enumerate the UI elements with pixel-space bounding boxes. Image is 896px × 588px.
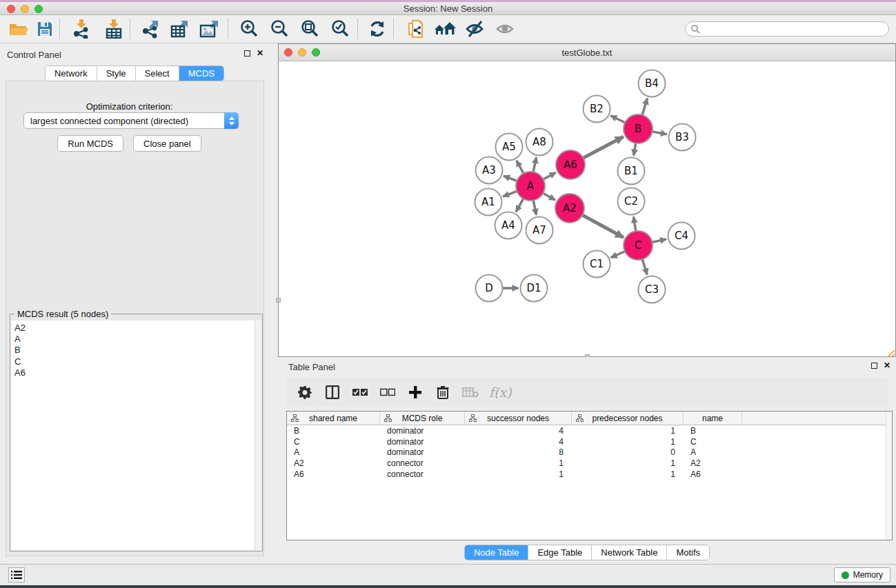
node-C2[interactable]: C2 xyxy=(618,188,645,215)
node-B1[interactable]: B1 xyxy=(618,158,645,185)
run-mcds-button[interactable]: Run MCDS xyxy=(57,135,123,152)
mcds-result-item[interactable]: A2 xyxy=(14,323,255,334)
node-A7[interactable]: A7 xyxy=(526,217,553,244)
export-image-button[interactable] xyxy=(197,17,223,41)
tab-style[interactable]: Style xyxy=(97,66,136,81)
zoom-out-button[interactable] xyxy=(266,17,292,41)
memory-button[interactable]: Memory xyxy=(834,567,890,582)
svg-text:A6: A6 xyxy=(564,159,577,171)
mcds-result-item[interactable]: B xyxy=(14,345,255,356)
search-field[interactable] xyxy=(685,21,889,37)
mcds-result-group: MCDS result (5 nodes) A2ABCA6 xyxy=(10,314,263,551)
node-table[interactable]: shared nameMCDS rolesuccessor nodesprede… xyxy=(286,411,893,540)
column-tree-icon xyxy=(384,414,392,422)
zoom-out-icon xyxy=(270,19,289,39)
tab-node-table[interactable]: Node Table xyxy=(465,545,529,560)
node-A2[interactable]: A2 xyxy=(555,194,584,223)
show-selected-button[interactable] xyxy=(492,17,519,41)
node-B4[interactable]: B4 xyxy=(639,70,666,97)
open-folder-icon xyxy=(9,21,28,37)
hide-selected-button[interactable] xyxy=(462,17,488,41)
node-A4[interactable]: A4 xyxy=(495,212,522,239)
tab-motifs[interactable]: Motifs xyxy=(667,545,709,560)
table-row[interactable]: Bdominator41B xyxy=(287,425,892,436)
add-icon[interactable] xyxy=(406,383,424,401)
mcds-result-scrollbar[interactable] xyxy=(255,321,261,550)
home-layout-button[interactable] xyxy=(432,17,458,41)
close-table-panel-icon[interactable]: ✕ xyxy=(884,363,890,369)
network-window-titlebar[interactable]: testGlobe.txt xyxy=(279,44,895,61)
delete-icon[interactable] xyxy=(434,383,452,401)
network-canvas[interactable]: B4B2BB3A8A5A6A3B1AA1C2A2A4A7C4CC1C3DD1 xyxy=(279,61,895,356)
save-session-button[interactable] xyxy=(32,17,58,41)
svg-text:D1: D1 xyxy=(526,282,541,294)
resize-grip-icon[interactable] xyxy=(886,347,895,356)
node-C1[interactable]: C1 xyxy=(584,251,610,278)
node-A1[interactable]: A1 xyxy=(475,189,502,216)
tab-network[interactable]: Network xyxy=(46,66,97,81)
mcds-result-item[interactable]: C xyxy=(14,356,255,367)
node-A[interactable]: A xyxy=(516,172,545,201)
mcds-result-title: MCDS result (5 nodes) xyxy=(14,309,111,319)
node-A6[interactable]: A6 xyxy=(556,150,585,179)
node-A8[interactable]: A8 xyxy=(526,129,553,156)
node-B3[interactable]: B3 xyxy=(669,124,696,151)
new-session-from-network-button[interactable] xyxy=(403,17,429,41)
node-D1[interactable]: D1 xyxy=(521,275,548,302)
zoom-in-button[interactable] xyxy=(236,17,262,41)
table-row[interactable]: A6connector11A6 xyxy=(287,469,892,480)
node-D[interactable]: D xyxy=(476,275,503,302)
node-A3[interactable]: A3 xyxy=(476,157,503,184)
criterion-value: largest connected component (directed) xyxy=(24,116,224,126)
select-all-icon[interactable] xyxy=(351,383,369,401)
float-table-panel-icon[interactable] xyxy=(871,363,877,369)
refresh-button[interactable] xyxy=(364,17,390,41)
import-network-button[interactable] xyxy=(69,17,95,41)
gear-icon[interactable] xyxy=(296,383,314,401)
node-B[interactable]: B xyxy=(624,114,653,143)
column-header-successor-nodes[interactable]: successor nodes xyxy=(465,412,572,425)
column-header-predecessor-nodes[interactable]: predecessor nodes xyxy=(572,412,684,425)
node-B2[interactable]: B2 xyxy=(584,96,610,123)
mcds-result-list[interactable]: A2ABCA6 xyxy=(11,321,255,550)
split-column-icon[interactable] xyxy=(323,383,341,401)
node-C3[interactable]: C3 xyxy=(639,276,666,303)
table-row[interactable]: Cdominator41C xyxy=(287,436,892,447)
refresh-icon xyxy=(368,20,386,38)
node-table-header: shared nameMCDS rolesuccessor nodesprede… xyxy=(287,412,892,425)
mcds-result-item[interactable]: A6 xyxy=(14,367,255,378)
close-panel-icon[interactable]: ✕ xyxy=(257,50,263,57)
list-icon xyxy=(11,570,22,580)
column-header-name[interactable]: name xyxy=(684,412,742,425)
zoom-fit-icon xyxy=(300,19,319,39)
tab-edge-table[interactable]: Edge Table xyxy=(528,545,592,560)
node-C4[interactable]: C4 xyxy=(668,223,695,250)
table-row[interactable]: Adominator80A xyxy=(287,447,892,458)
column-header-shared-name[interactable]: shared name xyxy=(287,412,380,425)
cell-MCDS-role: connector xyxy=(380,469,465,479)
table-row[interactable]: A2connector11A2 xyxy=(287,458,892,469)
mcds-result-item[interactable]: A xyxy=(14,334,255,345)
node-C[interactable]: C xyxy=(624,231,653,260)
tab-select[interactable]: Select xyxy=(136,66,179,81)
function-builder-icon[interactable]: f(x) xyxy=(489,385,512,400)
export-network-button[interactable] xyxy=(138,17,164,41)
export-table-button[interactable] xyxy=(167,17,193,41)
import-table-button[interactable] xyxy=(101,17,127,41)
column-header-MCDS-role[interactable]: MCDS role xyxy=(380,412,465,425)
tab-network-table[interactable]: Network Table xyxy=(592,545,667,560)
task-history-button[interactable] xyxy=(8,567,25,582)
float-panel-icon[interactable] xyxy=(244,50,250,57)
open-session-button[interactable] xyxy=(6,17,32,41)
zoom-fit-button[interactable] xyxy=(297,17,323,41)
tab-mcds[interactable]: MCDS xyxy=(179,66,223,81)
criterion-dropdown[interactable]: largest connected component (directed) xyxy=(23,112,239,129)
close-panel-button[interactable]: Close panel xyxy=(133,135,201,152)
node-A5[interactable]: A5 xyxy=(496,134,523,161)
table-scrollbar[interactable] xyxy=(886,412,892,540)
delete-table-icon[interactable] xyxy=(461,383,479,401)
frame-handle-left[interactable] xyxy=(276,298,281,303)
search-input[interactable] xyxy=(700,23,888,35)
zoom-selected-button[interactable] xyxy=(327,17,353,41)
deselect-all-icon[interactable] xyxy=(379,383,397,401)
